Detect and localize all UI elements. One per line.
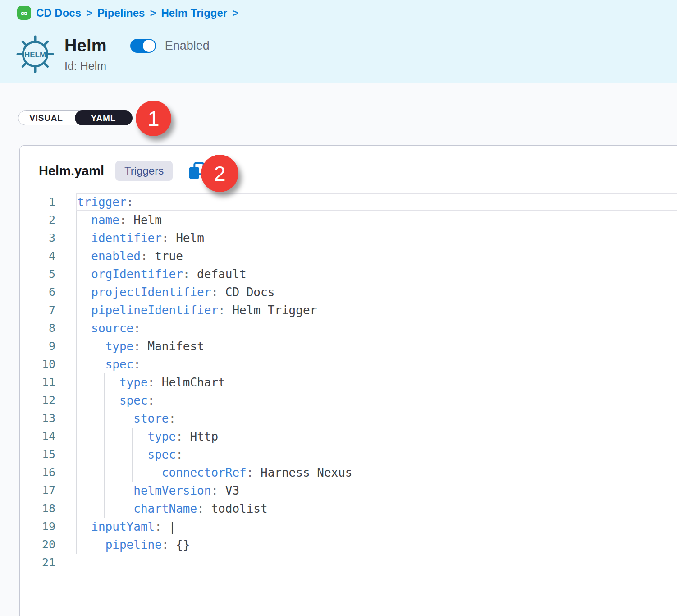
- trigger-id: Id: Helm: [64, 60, 106, 73]
- yaml-line-text: name: Helm: [77, 211, 162, 229]
- yaml-line-text: spec:: [77, 446, 183, 464]
- yaml-line[interactable]: 5 orgIdentifier: default: [20, 265, 677, 283]
- line-number: 19: [20, 518, 55, 536]
- line-number: 21: [20, 554, 55, 572]
- yaml-line-text: chartName: todolist: [77, 500, 268, 518]
- yaml-line-text: pipelineIdentifier: Helm_Trigger: [77, 301, 317, 319]
- yaml-line[interactable]: 11 type: HelmChart: [20, 373, 677, 391]
- yaml-line-text: type: HelmChart: [77, 373, 225, 391]
- yaml-line-text: identifier: Helm: [77, 229, 204, 247]
- line-number: 7: [20, 301, 55, 319]
- breadcrumb-pipelines[interactable]: Pipelines: [97, 7, 145, 19]
- code-lines: 1trigger:2 name: Helm3 identifier: Helm4…: [20, 193, 677, 572]
- yaml-line[interactable]: 8 source:: [20, 319, 677, 337]
- yaml-line-text: connectorRef: Harness_Nexus: [77, 464, 352, 482]
- yaml-line[interactable]: 9 type: Manifest: [20, 337, 677, 355]
- yaml-line-text: enabled: true: [77, 247, 183, 265]
- yaml-line[interactable]: 15 spec:: [20, 446, 677, 464]
- enabled-toggle[interactable]: [130, 39, 156, 53]
- line-number: 20: [20, 536, 55, 554]
- annotation-callout-2: 2: [201, 155, 238, 192]
- yaml-line[interactable]: 19 inputYaml: |: [20, 518, 677, 536]
- yaml-line[interactable]: 6 projectIdentifier: CD_Docs: [20, 283, 677, 301]
- yaml-line-text: source:: [77, 319, 141, 337]
- yaml-line[interactable]: 13 store:: [20, 409, 677, 428]
- line-number: 1: [20, 193, 55, 211]
- yaml-line-text: store:: [77, 409, 176, 428]
- line-number: 2: [20, 211, 55, 229]
- yaml-line[interactable]: 14 type: Http: [20, 428, 677, 446]
- line-number: 13: [20, 409, 55, 428]
- yaml-line[interactable]: 18 chartName: todolist: [20, 500, 677, 518]
- yaml-line[interactable]: 1trigger:: [20, 193, 677, 211]
- yaml-line[interactable]: 20 pipeline: {}: [20, 536, 677, 554]
- yaml-line[interactable]: 3 identifier: Helm: [20, 229, 677, 247]
- yaml-line-text: orgIdentifier: default: [77, 265, 247, 283]
- triggers-badge: Triggers: [115, 161, 173, 181]
- helm-logo-icon: HELM: [15, 34, 55, 74]
- line-number: 14: [20, 428, 55, 446]
- file-name: Helm.yaml: [39, 164, 104, 179]
- yaml-line-text: spec:: [77, 355, 141, 373]
- chevron-right-icon: >: [232, 7, 238, 19]
- line-number: 12: [20, 391, 55, 409]
- yaml-line[interactable]: 7 pipelineIdentifier: Helm_Trigger: [20, 301, 677, 319]
- toggle-knob: [143, 40, 155, 52]
- line-number: 9: [20, 337, 55, 355]
- yaml-line-text: trigger:: [77, 193, 133, 211]
- breadcrumb-project[interactable]: CD Docs: [36, 7, 81, 19]
- line-number: 16: [20, 464, 55, 482]
- line-number: 18: [20, 500, 55, 518]
- yaml-line[interactable]: 2 name: Helm: [20, 211, 677, 229]
- breadcrumb: ∞ CD Docs > Pipelines > Helm Trigger >: [17, 6, 238, 20]
- yaml-line-text: inputYaml: |: [77, 518, 176, 536]
- page-title: Helm: [64, 36, 107, 55]
- screen: ∞ CD Docs > Pipelines > Helm Trigger > H…: [0, 0, 677, 616]
- helm-logo-text: HELM: [24, 51, 46, 59]
- line-number: 4: [20, 247, 55, 265]
- line-number: 3: [20, 229, 55, 247]
- tab-visual[interactable]: VISUAL: [18, 110, 75, 125]
- line-number: 17: [20, 482, 55, 500]
- yaml-line[interactable]: 17 helmVersion: V3: [20, 482, 677, 500]
- editor-header: Helm.yaml Triggers: [20, 146, 677, 181]
- yaml-line-text: helmVersion: V3: [77, 482, 239, 500]
- line-number: 11: [20, 373, 55, 391]
- yaml-line[interactable]: 21: [20, 554, 677, 572]
- visual-yaml-toggle: VISUAL YAML: [18, 110, 132, 125]
- code-editor[interactable]: 1trigger:2 name: Helm3 identifier: Helm4…: [20, 193, 677, 616]
- chevron-right-icon: >: [150, 7, 156, 19]
- yaml-line-text: pipeline: {}: [77, 536, 190, 554]
- tab-yaml[interactable]: YAML: [75, 110, 133, 125]
- yaml-line[interactable]: 10 spec:: [20, 355, 677, 373]
- breadcrumb-pipeline-name[interactable]: Helm Trigger: [161, 7, 227, 19]
- yaml-line[interactable]: 12 spec:: [20, 391, 677, 409]
- yaml-line-text: type: Manifest: [77, 337, 204, 355]
- yaml-line-text: type: Http: [77, 428, 218, 446]
- line-number: 10: [20, 355, 55, 373]
- enabled-label: Enabled: [165, 39, 210, 53]
- yaml-line-text: spec:: [77, 391, 155, 409]
- line-number: 15: [20, 446, 55, 464]
- page-header: ∞ CD Docs > Pipelines > Helm Trigger > H…: [0, 0, 677, 83]
- annotation-callout-1: 1: [136, 101, 171, 136]
- line-number: 5: [20, 265, 55, 283]
- yaml-line[interactable]: 16 connectorRef: Harness_Nexus: [20, 464, 677, 482]
- yaml-line-text: projectIdentifier: CD_Docs: [77, 283, 274, 301]
- line-number: 6: [20, 283, 55, 301]
- cd-module-icon: ∞: [17, 6, 31, 20]
- chevron-right-icon: >: [86, 7, 92, 19]
- line-number: 8: [20, 319, 55, 337]
- yaml-editor-panel: Helm.yaml Triggers 1trigger:2 name: Helm…: [19, 145, 677, 616]
- yaml-line[interactable]: 4 enabled: true: [20, 247, 677, 265]
